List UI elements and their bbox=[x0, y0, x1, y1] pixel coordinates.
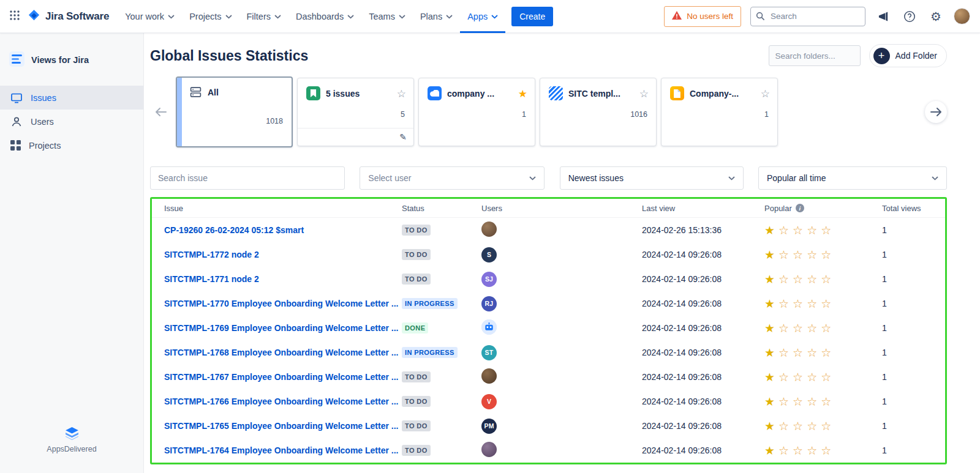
star-icon[interactable]: ☆ bbox=[778, 248, 789, 261]
star-icon[interactable]: ☆ bbox=[778, 321, 789, 335]
star-icon[interactable]: ☆ bbox=[761, 88, 770, 100]
nav-item-plans[interactable]: Plans bbox=[413, 0, 460, 33]
folder-card-5-issues[interactable]: 5 issues☆5✎ bbox=[297, 78, 414, 146]
edit-icon[interactable]: ✎ bbox=[399, 132, 407, 142]
sidebar-item-users[interactable]: Users bbox=[0, 110, 143, 133]
star-icon[interactable]: ☆ bbox=[793, 444, 803, 457]
star-icon[interactable]: ★ bbox=[764, 419, 775, 433]
star-icon[interactable]: ☆ bbox=[821, 248, 831, 261]
star-icon[interactable]: ☆ bbox=[821, 223, 831, 237]
search-folders-input[interactable] bbox=[769, 45, 861, 66]
user-avatar[interactable]: PM bbox=[481, 419, 497, 434]
star-icon[interactable]: ★ bbox=[764, 346, 775, 359]
star-icon[interactable]: ☆ bbox=[821, 321, 831, 335]
star-icon[interactable]: ★ bbox=[764, 370, 775, 384]
star-icon[interactable]: ☆ bbox=[397, 88, 406, 100]
star-icon[interactable]: ☆ bbox=[639, 88, 649, 100]
star-icon[interactable]: ☆ bbox=[778, 370, 789, 384]
star-icon[interactable]: ☆ bbox=[793, 370, 803, 384]
star-icon[interactable]: ★ bbox=[764, 223, 775, 237]
popular-range-select[interactable]: Popular all time bbox=[758, 166, 947, 190]
folder-card-all[interactable]: All1018 bbox=[176, 76, 293, 147]
star-icon[interactable]: ★ bbox=[764, 395, 775, 408]
star-icon[interactable]: ☆ bbox=[807, 321, 817, 335]
star-icon[interactable]: ☆ bbox=[807, 297, 817, 310]
app-switcher-button[interactable] bbox=[5, 7, 24, 26]
folder-card-company[interactable]: Company-...☆1 bbox=[661, 78, 778, 146]
star-icon[interactable]: ☆ bbox=[807, 370, 817, 384]
star-icon[interactable]: ☆ bbox=[793, 346, 803, 359]
star-icon[interactable]: ☆ bbox=[807, 395, 817, 408]
user-select[interactable]: Select user bbox=[360, 166, 545, 190]
issue-link[interactable]: SITCTMPL-1772 node 2 bbox=[164, 250, 259, 259]
add-folder-button[interactable]: + Add Folder bbox=[869, 44, 947, 67]
jira-logo[interactable]: Jira Software bbox=[24, 9, 118, 24]
star-icon[interactable]: ★ bbox=[518, 88, 527, 100]
issue-link[interactable]: SITCTMPL-1765 Employee Onboarding Welcom… bbox=[164, 421, 398, 431]
star-icon[interactable]: ☆ bbox=[793, 321, 803, 335]
star-icon[interactable]: ☆ bbox=[807, 223, 817, 237]
issue-link[interactable]: SITCTMPL-1767 Employee Onboarding Welcom… bbox=[164, 372, 398, 382]
star-icon[interactable]: ☆ bbox=[793, 248, 803, 261]
nav-item-filters[interactable]: Filters bbox=[239, 0, 288, 33]
user-avatar[interactable]: V bbox=[481, 394, 497, 409]
star-icon[interactable]: ☆ bbox=[778, 272, 789, 286]
info-icon[interactable]: i bbox=[796, 204, 804, 212]
star-icon[interactable]: ☆ bbox=[793, 395, 803, 408]
star-icon[interactable]: ★ bbox=[764, 248, 775, 261]
nav-item-teams[interactable]: Teams bbox=[361, 0, 413, 33]
star-icon[interactable]: ☆ bbox=[778, 346, 789, 359]
user-avatar[interactable] bbox=[481, 368, 497, 384]
carousel-prev-button[interactable] bbox=[150, 101, 172, 123]
star-icon[interactable]: ☆ bbox=[778, 419, 789, 433]
user-avatar[interactable]: S bbox=[481, 247, 497, 263]
star-icon[interactable]: ☆ bbox=[807, 272, 817, 286]
user-profile-avatar[interactable] bbox=[954, 8, 970, 24]
issue-link[interactable]: SITCTMPL-1771 node 2 bbox=[164, 274, 259, 284]
nav-item-apps[interactable]: Apps bbox=[460, 0, 505, 33]
star-icon[interactable]: ☆ bbox=[807, 419, 817, 433]
star-icon[interactable]: ☆ bbox=[821, 272, 831, 286]
star-icon[interactable]: ☆ bbox=[793, 223, 803, 237]
search-input[interactable] bbox=[750, 7, 865, 26]
announcement-icon[interactable] bbox=[875, 8, 892, 25]
issue-link[interactable]: SITCTMPL-1769 Employee Onboarding Welcom… bbox=[164, 323, 398, 333]
star-icon[interactable]: ☆ bbox=[778, 297, 789, 310]
star-icon[interactable]: ☆ bbox=[821, 419, 831, 433]
issue-link[interactable]: SITCTMPL-1766 Employee Onboarding Welcom… bbox=[164, 397, 398, 406]
star-icon[interactable]: ☆ bbox=[821, 346, 831, 359]
star-icon[interactable]: ☆ bbox=[807, 248, 817, 261]
star-icon[interactable]: ★ bbox=[764, 272, 775, 286]
user-avatar[interactable] bbox=[481, 222, 497, 237]
user-avatar[interactable] bbox=[481, 442, 497, 457]
star-icon[interactable]: ☆ bbox=[778, 444, 789, 457]
star-icon[interactable]: ☆ bbox=[793, 297, 803, 310]
issue-link[interactable]: SITCTMPL-1770 Employee Onboarding Welcom… bbox=[164, 299, 398, 308]
settings-gear-icon[interactable]: ⚙ bbox=[927, 8, 944, 25]
user-avatar[interactable]: RJ bbox=[481, 296, 497, 311]
star-icon[interactable]: ☆ bbox=[821, 444, 831, 457]
nav-item-your-work[interactable]: Your work bbox=[118, 0, 182, 33]
star-icon[interactable]: ★ bbox=[764, 297, 775, 310]
nav-item-projects[interactable]: Projects bbox=[182, 0, 239, 33]
create-button[interactable]: Create bbox=[511, 7, 553, 26]
help-icon[interactable] bbox=[901, 8, 918, 25]
sidebar-item-issues[interactable]: Issues bbox=[0, 86, 143, 110]
star-icon[interactable]: ★ bbox=[764, 444, 775, 457]
star-icon[interactable]: ☆ bbox=[793, 419, 803, 433]
no-users-left-button[interactable]: No users left bbox=[664, 6, 741, 27]
search-issue-input[interactable] bbox=[150, 166, 345, 190]
star-icon[interactable]: ☆ bbox=[778, 223, 789, 237]
issue-link[interactable]: SITCTMPL-1768 Employee Onboarding Welcom… bbox=[164, 348, 398, 357]
nav-item-dashboards[interactable]: Dashboards bbox=[288, 0, 361, 33]
issue-link[interactable]: SITCTMPL-1764 Employee Onboarding Welcom… bbox=[164, 445, 398, 455]
sort-select[interactable]: Newest issues bbox=[560, 166, 744, 190]
sidebar-item-projects[interactable]: Projects bbox=[0, 133, 143, 157]
star-icon[interactable]: ☆ bbox=[821, 297, 831, 310]
carousel-next-button[interactable] bbox=[925, 101, 947, 123]
user-avatar[interactable]: SJ bbox=[481, 272, 497, 287]
star-icon[interactable]: ☆ bbox=[793, 272, 803, 286]
user-avatar[interactable] bbox=[481, 319, 497, 335]
star-icon[interactable]: ☆ bbox=[821, 395, 831, 408]
star-icon[interactable]: ☆ bbox=[807, 346, 817, 359]
